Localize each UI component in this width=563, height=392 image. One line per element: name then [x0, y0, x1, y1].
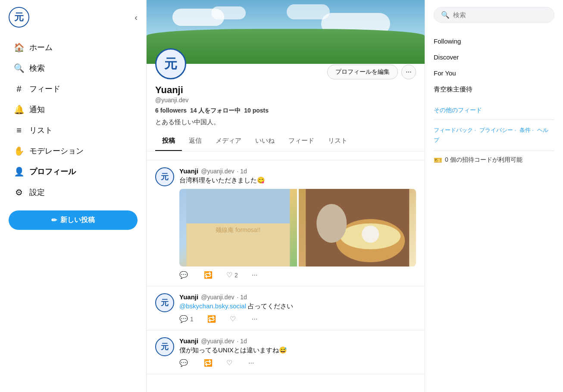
collapse-button[interactable]: ‹ [134, 13, 138, 22]
sidebar-item-settings[interactable]: ⚙設定 [9, 183, 138, 202]
sidebar-item-lists[interactable]: ≡リスト [9, 121, 138, 140]
post-text: 僕が知ってるUNIXとは違いますね😅 [179, 346, 416, 354]
nav-menu: 🏠ホーム🔍検索#フィード🔔通知≡リスト✋モデレーション👤プロフィール⚙設定 [9, 38, 138, 204]
post-content: Yuanji @yuanji.dev · 1d 台湾料理をいただきました😋 麺線… [179, 167, 416, 279]
reply-action[interactable]: 💬 1 [179, 315, 194, 323]
divider-2 [434, 151, 554, 151]
lists-icon: ≡ [14, 125, 24, 135]
sidebar-item-label: リスト [29, 125, 53, 135]
main-content: 元 プロフィールを編集 ··· Yuanji @yuanji.dev 6 fol… [147, 0, 425, 392]
footer-link-0[interactable]: フィードバック · [434, 127, 478, 133]
post-text: @bskychan.bsky.social 占ってください [179, 302, 416, 310]
sidebar-item-profile[interactable]: 👤プロフィール [9, 162, 138, 181]
notifications-icon: 🔔 [14, 104, 24, 115]
tab-フィード[interactable]: フィード [282, 132, 321, 151]
following-count: 14 [190, 107, 197, 114]
reply-action[interactable]: 💬 [179, 359, 190, 367]
post-handle: @yuanji.dev [201, 168, 234, 175]
profile-top: 元 プロフィールを編集 ··· [155, 64, 416, 79]
right-sidebar: 🔍 FollowingDiscoverFor You青空株主優待 その他のフィー… [425, 0, 563, 392]
moderation-icon: ✋ [14, 146, 24, 156]
sidebar-item-search[interactable]: 🔍検索 [9, 59, 138, 78]
cloud-2 [211, 6, 246, 19]
post-time: · 1d [237, 294, 247, 301]
posts-label: posts [253, 107, 269, 114]
more-action[interactable]: ··· [252, 315, 257, 323]
sidebar-item-feed[interactable]: #フィード [9, 79, 138, 98]
like-action[interactable]: ♡ [230, 315, 238, 323]
repost-icon: 🔁 [207, 315, 216, 323]
more-action[interactable]: ··· [252, 271, 257, 279]
edit-profile-button[interactable]: プロフィールを編集 [327, 65, 398, 79]
svg-point-6 [362, 226, 379, 243]
reply-icon: 💬 [179, 359, 188, 367]
more-icon: ··· [252, 315, 257, 323]
repost-action[interactable]: 🔁 [204, 359, 213, 367]
post-mention[interactable]: @bskychan.bsky.social [179, 302, 246, 310]
new-post-button[interactable]: ✏ 新しい投稿 [9, 210, 138, 230]
logo: 元 [9, 7, 29, 28]
sidebar-item-label: 検索 [29, 63, 45, 73]
post-actions: 💬 1 🔁 ♡ ··· [179, 315, 416, 323]
followers-label: followers [160, 107, 187, 114]
sidebar-item-label: ホーム [29, 42, 53, 53]
tab-いいね[interactable]: いいね [248, 132, 282, 151]
search-icon: 🔍 [14, 63, 24, 73]
post-author: Yuanji [179, 337, 198, 345]
profile-handle: @yuanji.dev [155, 97, 416, 103]
invite-section: 🎫 0 個の招待コードが利用可能 [434, 156, 554, 164]
sidebar-item-notifications[interactable]: 🔔通知 [9, 100, 138, 119]
post-content: Yuanji @yuanji.dev · 1d 僕が知ってるUNIXとは違います… [179, 337, 416, 367]
feed-item-青空株主優待[interactable]: 青空株主優待 [434, 81, 554, 98]
reply-count: 1 [190, 316, 194, 323]
profile-actions: プロフィールを編集 ··· [327, 65, 416, 79]
tab-返信[interactable]: 返信 [182, 132, 209, 151]
more-feeds-link[interactable]: その他のフィード [434, 107, 554, 114]
reply-icon: 💬 [179, 271, 188, 279]
banner-grass [147, 29, 425, 64]
post-header: Yuanji @yuanji.dev · 1d [179, 167, 416, 175]
posts-list: 元 Yuanji @yuanji.dev · 1d 台湾料理をいただきました😋 … [147, 160, 425, 374]
sidebar-item-label: プロフィール [29, 166, 76, 177]
feed-item-Following[interactable]: Following [434, 33, 554, 49]
feed-item-Discover[interactable]: Discover [434, 49, 554, 65]
invite-icon: 🎫 [434, 156, 442, 164]
tab-リスト[interactable]: リスト [321, 132, 354, 151]
new-post-icon: ✏ [51, 216, 57, 224]
sidebar-item-label: モデレーション [29, 146, 84, 156]
search-input[interactable] [453, 11, 547, 19]
search-box: 🔍 [434, 7, 554, 23]
more-action[interactable]: ··· [248, 359, 254, 367]
svg-point-7 [316, 204, 347, 243]
reply-action[interactable]: 💬 [179, 271, 190, 279]
post-item: 元 Yuanji @yuanji.dev · 1d 僕が知ってるUNIXとは違い… [147, 330, 425, 374]
post-handle: @yuanji.dev [201, 338, 234, 345]
like-icon: ♡ [230, 315, 236, 323]
tab-メディア[interactable]: メディア [209, 132, 248, 151]
more-icon: ··· [252, 271, 257, 279]
post-image-2[interactable] [299, 189, 416, 267]
footer-link-1[interactable]: プライバシー · [479, 127, 518, 133]
post-content: Yuanji @yuanji.dev · 1d @bskychan.bsky.s… [179, 293, 416, 323]
repost-action[interactable]: 🔁 [207, 315, 216, 323]
like-icon: ♡ [226, 359, 232, 367]
sidebar-item-moderation[interactable]: ✋モデレーション [9, 141, 138, 160]
post-actions: 💬 🔁 ♡ ··· [179, 359, 416, 367]
svg-text:麺線庵 formosa!!: 麺線庵 formosa!! [216, 226, 260, 233]
like-action[interactable]: ♡ [226, 359, 235, 367]
tab-投稿[interactable]: 投稿 [155, 132, 182, 151]
profile-more-button[interactable]: ··· [401, 65, 416, 79]
post-avatar: 元 [155, 337, 174, 356]
feed-icon: # [14, 84, 24, 94]
settings-icon: ⚙ [14, 187, 24, 198]
repost-action[interactable]: 🔁 [204, 271, 213, 279]
profile-name: Yuanji [155, 85, 416, 96]
feed-item-For You[interactable]: For You [434, 65, 554, 81]
footer-link-2[interactable]: 条件 · [519, 127, 535, 133]
sidebar-header: 元 ‹ [9, 7, 138, 28]
sidebar-item-home[interactable]: 🏠ホーム [9, 38, 138, 57]
like-action[interactable]: ♡ 2 [226, 271, 238, 279]
post-image-1[interactable]: 麺線庵 formosa!! [179, 189, 297, 267]
left-sidebar: 元 ‹ 🏠ホーム🔍検索#フィード🔔通知≡リスト✋モデレーション👤プロフィール⚙設… [0, 0, 147, 392]
post-time: · 1d [237, 168, 247, 175]
